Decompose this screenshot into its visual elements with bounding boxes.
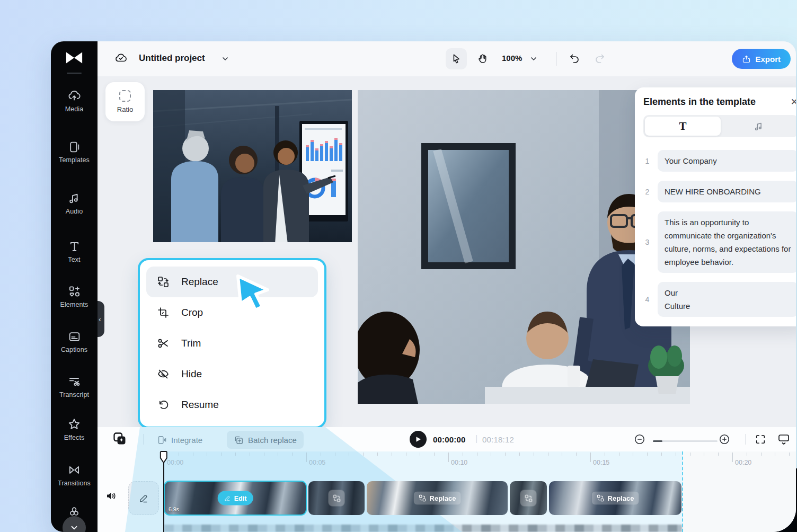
playhead-handle[interactable] [159,450,169,467]
list-item: 1 Your Company [643,150,796,172]
hand-tool-button[interactable] [472,48,493,69]
expand-icon [755,433,766,445]
resume-icon [157,398,170,411]
ratio-button[interactable]: Ratio [105,82,145,121]
timeline-clip-1[interactable]: 6.9s Edit [164,481,306,515]
replace-overlay: Replace [592,492,639,505]
project-title[interactable]: Untitled project [139,53,205,64]
batch-replace-label: Batch replace [248,436,297,445]
timeline-toolbar-divider [143,434,144,445]
menu-item-replace[interactable]: Replace [146,267,318,297]
timeline-end-marker [682,451,683,532]
preview-video-1[interactable] [153,90,352,242]
replace-overlay: Replace [414,492,461,505]
ratio-dashed-square-icon [119,90,131,102]
item-text[interactable]: Our Culture [658,282,796,317]
replace-icon [597,494,605,502]
transitions-icon [67,463,81,477]
timeline-clip-3[interactable]: Replace [367,481,508,515]
pencil-icon [138,493,149,503]
menu-item-hide[interactable]: Hide [146,359,318,389]
capcut-logo-icon [65,51,83,65]
item-number: 2 [643,188,651,196]
sidebar-item-text[interactable]: Text [51,240,98,263]
sidebar-item-transitions[interactable]: Transitions [51,463,98,487]
menu-item-resume[interactable]: Resume [146,389,318,420]
sidebar-label: Media [65,105,84,113]
sidebar-label: Audio [66,208,83,215]
menu-label: Hide [181,368,202,380]
top-toolbar: Untitled project 100% Export [98,41,796,76]
integrate-icon [157,435,167,445]
crop-icon [157,306,170,319]
timeline-clip-5[interactable]: Replace [549,481,681,515]
sidebar-item-effects[interactable]: Effects [51,418,98,441]
sidebar-scroll-down-button[interactable] [63,516,86,532]
smart-edit-button[interactable] [112,431,127,446]
template-text-list: 1 Your Company 2 NEW HIRE ONBOARDING 3 T… [643,150,796,317]
list-item: 2 NEW HIRE ONBOARDING [643,181,796,202]
menu-item-trim[interactable]: Trim [146,328,318,359]
list-item: 4 Our Culture [643,282,796,317]
cursor-icon [450,53,462,65]
sidebar-label: Transcript [59,391,89,398]
timeline-zoom-in-button[interactable] [719,433,730,445]
item-text[interactable]: NEW HIRE ONBOARDING [658,181,796,202]
close-icon[interactable]: ✕ [791,97,796,107]
tab-audio[interactable] [721,117,796,136]
effects-star-icon [67,418,81,431]
redo-button[interactable] [594,52,606,65]
timeline-section: Integrate Batch replace 00:00:00 | 00:18… [98,427,796,532]
sidebar-item-media[interactable]: Media [51,89,98,113]
menu-item-crop[interactable]: Crop [146,297,318,328]
zoom-chevron-icon[interactable] [529,55,538,63]
sidebar-item-captions[interactable]: Captions [51,330,98,353]
sidebar-item-elements[interactable]: Elements [51,285,98,308]
replace-badge [329,490,345,507]
item-text[interactable]: This is an opportunity to communicate th… [658,211,796,273]
fit-timeline-button[interactable] [755,433,766,445]
play-button[interactable] [410,431,427,448]
export-button[interactable]: Export [732,49,791,69]
ruler-label: 00:05 [309,459,325,466]
replace-icon [332,494,341,502]
sidebar-label: Templates [59,156,90,164]
elements-icon [67,285,81,298]
sidebar-item-templates[interactable]: Templates [51,140,98,164]
clip-edit-button[interactable]: Edit [218,491,253,506]
batch-replace-button[interactable]: Batch replace [227,431,304,449]
select-tool-button[interactable] [446,48,467,69]
list-item: 3 This is an opportunity to communicate … [643,211,796,273]
chevron-down-icon [69,523,79,532]
music-note-icon [753,121,764,132]
text-tab-glyph: T [679,120,686,133]
secondary-track-strip [164,525,682,532]
timeline-zoom-out-button[interactable] [634,433,645,445]
sidebar-item-audio[interactable]: Audio [51,191,98,215]
logo-divider [67,73,82,74]
elements-in-template-panel: Elements in the template ✕ T 1 Your Comp… [635,87,796,326]
left-sidebar: Media Templates Audio Text Elements Capt… [51,41,98,532]
project-menu-chevron-icon[interactable] [221,55,229,63]
item-text[interactable]: Your Company [658,150,796,172]
undo-button[interactable] [568,52,581,65]
tab-text[interactable]: T [645,117,721,136]
track-mute-button[interactable] [105,490,118,502]
ruler-major-tick [590,453,591,462]
track-display-button[interactable] [777,432,791,446]
timecode-divider: | [475,434,477,444]
replace-label: Replace [608,494,634,502]
integrate-button[interactable]: Integrate [153,431,207,449]
current-timecode: 00:00:00 [433,435,466,444]
sidebar-item-transcript[interactable]: Transcript [51,375,98,398]
timeline-clip-2[interactable] [308,481,365,515]
ruler-major-tick [306,453,307,462]
timeline-zoom-slider[interactable] [653,440,718,442]
sidebar-label: Transitions [58,480,91,487]
hand-icon [477,53,489,65]
timeline-clip-4[interactable] [510,481,547,515]
ruler-label: 00:10 [451,459,467,466]
zoom-level[interactable]: 100% [502,54,522,63]
cover-edit-button[interactable] [128,481,159,515]
templates-icon [68,140,81,154]
